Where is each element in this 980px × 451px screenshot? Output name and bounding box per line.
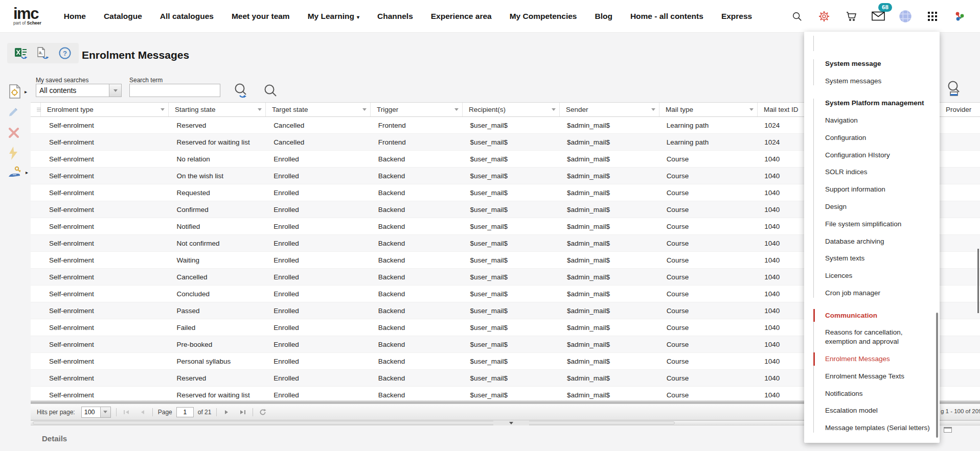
search-icon[interactable]: [790, 9, 804, 23]
mail-icon[interactable]: 68: [871, 9, 885, 23]
table-cell: Course: [660, 307, 759, 315]
nav-item-my-learning[interactable]: My Learning▾: [308, 12, 359, 21]
nav-item-catalogue[interactable]: Catalogue: [104, 12, 142, 21]
help-icon[interactable]: ?: [58, 46, 72, 60]
column-filter-icon[interactable]: [362, 108, 367, 111]
menu-item-database-archiving[interactable]: Database archiving: [825, 237, 931, 246]
brand-logo-icon[interactable]: [952, 9, 967, 23]
nav-item-experience-area[interactable]: Experience area: [431, 12, 492, 21]
table-cell: Self-enrolment: [43, 358, 171, 365]
saved-searches-select[interactable]: All contents: [36, 84, 122, 97]
table-cell: Self-enrolment: [43, 240, 171, 247]
column-filter-icon[interactable]: [651, 108, 655, 111]
table-cell: $admin_mail$: [561, 122, 660, 129]
cart-icon[interactable]: [844, 9, 858, 23]
menu-item-navigation[interactable]: Navigation: [825, 116, 931, 125]
nav-item-all-catalogues[interactable]: All catalogues: [160, 12, 214, 21]
column-header-provider[interactable]: Provider: [940, 103, 980, 116]
menu-item-design[interactable]: Design: [825, 202, 931, 211]
imc-logo[interactable]: imc part of Scheer: [13, 7, 41, 26]
menu-item-support-information[interactable]: Support information: [825, 185, 931, 194]
menu-item-file-system-simplification[interactable]: File system simplification: [825, 220, 931, 229]
excel-export-icon[interactable]: [14, 46, 28, 60]
nav-item-home-all-contents[interactable]: Home - all contents: [630, 12, 703, 21]
table-cell: Course: [660, 172, 759, 180]
column-header-enrolment-type[interactable]: Enrolment type: [41, 103, 169, 116]
last-page-button[interactable]: [238, 408, 247, 417]
new-search-template-button[interactable]: ▸: [7, 83, 27, 100]
table-cell: Backend: [372, 256, 464, 264]
column-filter-icon[interactable]: [749, 108, 754, 111]
nav-item-home[interactable]: Home: [64, 12, 86, 21]
column-filter-icon[interactable]: [552, 108, 556, 111]
column-header-handle[interactable]: [31, 103, 41, 116]
details-collapse-handle[interactable]: [493, 420, 529, 425]
column-filter-icon[interactable]: [454, 108, 459, 111]
table-cell: Backend: [372, 189, 464, 197]
profile-avatar[interactable]: [898, 9, 913, 23]
permissions-button[interactable]: ▸: [7, 164, 28, 180]
search-term-input[interactable]: [129, 84, 220, 97]
menu-item-system-texts[interactable]: System texts: [825, 254, 931, 263]
delete-button[interactable]: [7, 126, 20, 139]
menu-item-licences[interactable]: Licences: [825, 271, 931, 280]
column-label: Mail type: [666, 106, 693, 113]
actions-lightning-button[interactable]: [7, 146, 19, 160]
menu-item-enrolment-message-texts[interactable]: Enrolment Message Texts: [825, 372, 931, 381]
page-number-input[interactable]: [176, 407, 194, 417]
menu-item-configuration[interactable]: Configuration: [825, 133, 931, 143]
table-cell: $user_mail$: [464, 189, 561, 197]
hits-per-page-select[interactable]: 100: [81, 407, 111, 418]
nav-item-my-competencies[interactable]: My Competencies: [510, 12, 577, 21]
saved-searches-dropdown-icon[interactable]: [109, 84, 121, 97]
column-filter-icon[interactable]: [258, 108, 262, 111]
edit-button[interactable]: [7, 105, 20, 118]
nav-item-blog[interactable]: Blog: [595, 12, 612, 21]
app-grid-icon[interactable]: [925, 9, 940, 23]
nav-item-channels[interactable]: Channels: [377, 12, 413, 21]
table-cell: Self-enrolment: [43, 223, 171, 230]
nav-item-meet-your-team[interactable]: Meet your team: [232, 12, 290, 21]
settings-gear-icon[interactable]: [817, 9, 831, 23]
menu-item-system-messages[interactable]: System messages: [825, 77, 931, 86]
column-search-icon[interactable]: [946, 80, 962, 100]
menu-scrollbar-thumb[interactable]: [936, 313, 938, 438]
saved-searches-label: My saved searches: [36, 77, 88, 84]
column-header-target-state[interactable]: Target state: [266, 103, 371, 116]
table-cell: Self-enrolment: [43, 324, 171, 331]
first-page-button[interactable]: [122, 408, 131, 417]
logo-subtext: part of Scheer: [13, 21, 41, 26]
vertical-scrollbar-thumb[interactable]: [977, 249, 979, 313]
column-header-mail-type[interactable]: Mail type: [659, 103, 758, 116]
menu-item-configuration-history[interactable]: Configuration HIstory: [825, 151, 931, 160]
table-cell: $user_mail$: [464, 324, 561, 331]
text-export-icon[interactable]: a,: [36, 46, 50, 60]
table-cell: Pre-booked: [171, 341, 268, 348]
refresh-icon[interactable]: [258, 408, 267, 417]
hits-per-page-dropdown-icon[interactable]: [100, 407, 110, 417]
table-cell: $user_mail$: [464, 122, 561, 129]
column-header-sender[interactable]: Sender: [560, 103, 659, 116]
logo-text: imc: [13, 7, 41, 20]
column-header-trigger[interactable]: Trigger: [371, 103, 463, 116]
column-header-starting-state[interactable]: Starting state: [169, 103, 266, 116]
menu-item-cron-job-manager[interactable]: Cron job manager: [825, 289, 931, 298]
next-page-button[interactable]: [222, 408, 231, 417]
horizontal-scrollbar-thumb[interactable]: [33, 421, 675, 424]
menu-item-notifications[interactable]: Notifications: [825, 389, 931, 398]
table-cell: $user_mail$: [464, 341, 561, 348]
previous-page-button[interactable]: [138, 408, 147, 417]
run-saved-search-icon[interactable]: [233, 82, 249, 101]
restore-window-icon[interactable]: [944, 427, 952, 433]
column-filter-icon[interactable]: [161, 108, 165, 111]
search-icon-secondary[interactable]: [263, 83, 278, 100]
menu-item-enrolment-messages[interactable]: Enrolment Messages: [825, 354, 931, 364]
column-header-recipient-s[interactable]: Recipient(s): [463, 103, 560, 116]
menu-item-escalation-model[interactable]: Escalation model: [825, 406, 931, 415]
table-cell: Backend: [372, 324, 464, 331]
menu-item-message-templates-serial-letters[interactable]: Message templates (Serial letters): [825, 423, 931, 433]
table-cell: Reserved: [171, 374, 268, 382]
menu-item-solr-indices[interactable]: SOLR indices: [825, 168, 931, 177]
menu-item-reasons-for-cancellation-exemption-and-approval[interactable]: Reasons for cancellation, exemption and …: [825, 328, 931, 346]
nav-item-express[interactable]: Express: [721, 12, 752, 21]
